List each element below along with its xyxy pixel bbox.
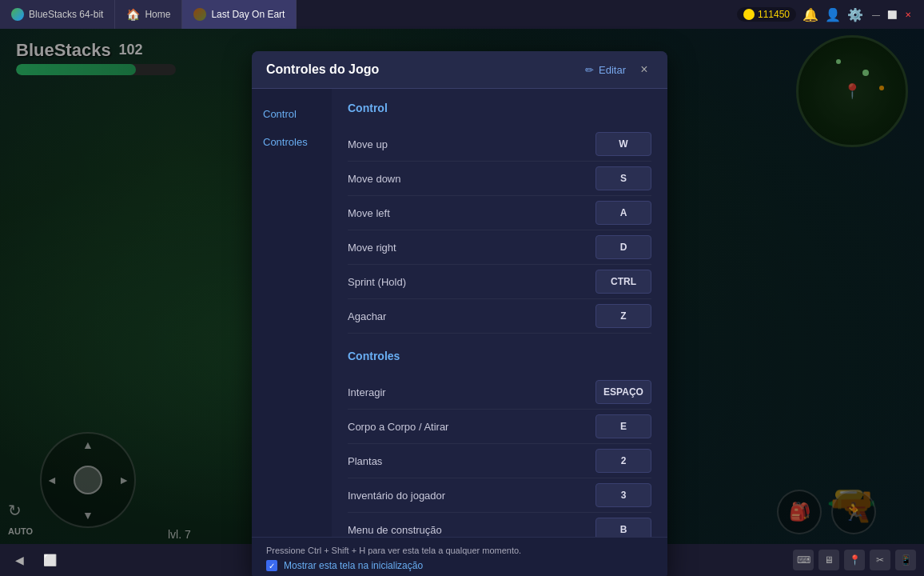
keybind-move-down: Move down S: [348, 162, 651, 196]
settings-icon[interactable]: ⚙️: [847, 6, 863, 22]
keybind-corpo-key[interactable]: E: [595, 414, 651, 438]
sidebar-item-control[interactable]: Control: [252, 102, 332, 126]
keybind-move-left-key[interactable]: A: [595, 201, 651, 225]
coin-display: 111450: [737, 7, 796, 22]
keybind-inventario-key[interactable]: 3: [595, 483, 651, 507]
maximize-button[interactable]: ⬜: [886, 8, 898, 21]
keybind-sprint: Sprint (Hold) CTRL: [348, 265, 651, 299]
keybind-interagir-key[interactable]: ESPAÇO: [595, 380, 651, 404]
keybind-sprint-label: Sprint (Hold): [348, 276, 406, 288]
tab-game[interactable]: Last Day On Eart: [182, 0, 297, 29]
dialog-title: Controles do Jogo: [266, 62, 379, 77]
dialog-sidebar: Control Controles: [252, 89, 332, 537]
dialog-header-right: ✏ Editar ×: [585, 61, 653, 78]
dialog-close-button[interactable]: ×: [635, 61, 653, 78]
keybind-menu-construcao: Menu de construção B: [348, 513, 651, 537]
bottom-bar-icons: ⌨ 🖥 📍 ✂ 📱: [793, 550, 916, 570]
close-icon: ×: [640, 62, 647, 77]
keybind-move-up-label: Move up: [348, 138, 388, 150]
footer-checkbox-row: ✓ Mostrar esta tela na inicialização: [266, 560, 653, 571]
controls-dialog: Controles do Jogo ✏ Editar × Control Con…: [252, 51, 667, 576]
keybind-move-up-key[interactable]: W: [595, 132, 651, 156]
keybind-move-left: Move left A: [348, 196, 651, 230]
titlebar: BlueStacks 64-bit 🏠 Home Last Day On Ear…: [0, 0, 924, 29]
sidebar-item-controles[interactable]: Controles: [252, 130, 332, 154]
titlebar-right: 111450 🔔 👤 ⚙️ — ⬜ ✕: [727, 6, 924, 22]
section-title-control: Control: [348, 102, 651, 118]
section-gap: [348, 334, 651, 350]
back-button[interactable]: ◀: [8, 549, 30, 571]
keybind-menu-construcao-label: Menu de construção: [348, 524, 442, 536]
account-icon[interactable]: 👤: [825, 6, 841, 22]
section-title-controles: Controles: [348, 350, 651, 366]
game-tab-icon: [193, 8, 206, 21]
screenshot-icon[interactable]: ✂: [870, 550, 890, 570]
footer-hint: Pressione Ctrl + Shift + H para ver esta…: [266, 546, 653, 555]
edit-label: Editar: [599, 64, 626, 76]
keybind-inventario: Inventário do jogador 3: [348, 478, 651, 513]
home-tab-label: Home: [145, 9, 170, 20]
notification-icon[interactable]: 🔔: [803, 6, 818, 22]
home-button[interactable]: ⬜: [38, 549, 61, 571]
keybind-move-right: Move right D: [348, 230, 651, 265]
keybind-move-right-key[interactable]: D: [595, 235, 651, 259]
keybind-move-left-label: Move left: [348, 207, 390, 219]
location-icon[interactable]: 📍: [844, 550, 865, 570]
keybind-inventario-label: Inventário do jogador: [348, 490, 445, 502]
dialog-body: Control Controles Control Move up W Move…: [252, 89, 667, 537]
minimize-button[interactable]: —: [870, 8, 882, 21]
dialog-header: Controles do Jogo ✏ Editar ×: [252, 51, 667, 89]
keybind-agachar: Agachar Z: [348, 299, 651, 334]
keybind-agachar-label: Agachar: [348, 310, 386, 322]
keybind-move-right-label: Move right: [348, 242, 396, 254]
footer-checkbox-label: Mostrar esta tela na inicialização: [284, 560, 423, 571]
sidebar-control-label: Control: [263, 108, 297, 120]
keybind-corpo-label: Corpo a Corpo / Atirar: [348, 421, 448, 433]
phone-icon[interactable]: 📱: [895, 550, 916, 570]
sidebar-controles-label: Controles: [263, 136, 308, 148]
coin-icon: [743, 9, 755, 20]
keybind-move-down-key[interactable]: S: [595, 166, 651, 190]
close-window-button[interactable]: ✕: [902, 8, 914, 21]
game-tab-label: Last Day On Eart: [211, 9, 285, 20]
bluestacks-icon: [11, 8, 24, 21]
keybind-menu-construcao-key[interactable]: B: [595, 518, 651, 537]
keyboard-icon[interactable]: ⌨: [793, 550, 814, 570]
keybind-agachar-key[interactable]: Z: [595, 304, 651, 328]
tab-home[interactable]: 🏠 Home: [115, 0, 182, 29]
footer-checkbox[interactable]: ✓: [266, 560, 277, 571]
keybind-plantas-key[interactable]: 2: [595, 449, 651, 473]
keybind-interagir: Interagir ESPAÇO: [348, 375, 651, 410]
pencil-icon: ✏: [585, 64, 594, 76]
keybind-move-down-label: Move down: [348, 173, 400, 185]
keybind-interagir-label: Interagir: [348, 386, 386, 398]
dialog-footer: Pressione Ctrl + Shift + H para ver esta…: [252, 537, 667, 576]
keybind-move-up: Move up W: [348, 127, 651, 162]
keybind-sprint-key[interactable]: CTRL: [595, 270, 651, 294]
dialog-content: Control Move up W Move down S Move left …: [332, 89, 667, 537]
edit-button[interactable]: ✏ Editar: [585, 64, 626, 76]
keybind-plantas: Plantas 2: [348, 444, 651, 478]
bluestacks-tab-label: BlueStacks 64-bit: [29, 9, 103, 20]
window-controls: — ⬜ ✕: [870, 8, 914, 21]
keybind-corpo: Corpo a Corpo / Atirar E: [348, 410, 651, 444]
tab-bluestacks[interactable]: BlueStacks 64-bit: [0, 0, 115, 29]
titlebar-left: BlueStacks 64-bit 🏠 Home Last Day On Ear…: [0, 0, 727, 29]
keybind-plantas-label: Plantas: [348, 455, 382, 467]
screen-icon[interactable]: 🖥: [818, 550, 839, 570]
coin-amount: 111450: [758, 9, 790, 20]
